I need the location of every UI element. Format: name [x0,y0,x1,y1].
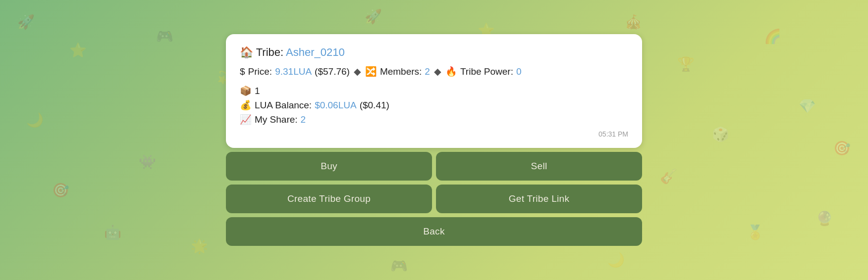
power-label: Tribe Power: [460,66,513,77]
power-value: 0 [516,66,522,77]
dot-2: ◆ [434,66,441,77]
dot-1: ◆ [354,66,361,77]
tribe-price-row: $ Price: 9.31LUA ($57.76) ◆ 🔀 Members: 2… [240,66,628,77]
box-icon: 📦 [240,85,252,96]
tribe-name: Asher_0210 [286,46,345,58]
get-tribe-link-button[interactable]: Get Tribe Link [436,185,642,213]
action-buttons: Buy Sell Create Tribe Group Get Tribe Li… [226,152,642,246]
box-row: 📦 1 [240,85,628,96]
box-value: 1 [255,86,260,96]
buy-button[interactable]: Buy [226,152,432,181]
members-label: Members: [380,66,422,77]
create-tribe-group-button[interactable]: Create Tribe Group [226,185,432,213]
power-fire-icon: 🔥 [445,66,457,77]
tribe-actions-row: Create Tribe Group Get Tribe Link [226,185,642,213]
share-icon: 📈 [240,114,252,125]
tribe-title-row: 🏠 Tribe: Asher_0210 [240,46,628,59]
buy-sell-row: Buy Sell [226,152,642,181]
lua-balance-row: 💰 LUA Balance: $0.06LUA ($0.41) [240,99,628,111]
sell-button[interactable]: Sell [436,152,642,181]
price-dollar-icon: $ [240,66,245,77]
members-value: 2 [425,66,430,77]
balance-icon: 💰 [240,99,252,111]
balance-label: LUA Balance: [255,100,312,111]
price-usd: ($57.76) [315,66,350,77]
back-button[interactable]: Back [226,217,642,246]
members-icon: 🔀 [365,66,377,77]
share-label: My Share: [255,114,298,125]
balance-value: $0.06LUA [315,100,357,111]
tribe-hut-icon: 🏠 [240,46,253,58]
back-row: Back [226,217,642,246]
timestamp: 05:31 PM [240,130,628,138]
tribe-label: Tribe: [256,46,283,58]
balance-usd: ($0.41) [360,100,389,111]
price-value: 9.31LUA [275,66,312,77]
tribe-info-card: 🏠 Tribe: Asher_0210 $ Price: 9.31LUA ($5… [226,34,642,148]
price-label: Price: [248,66,272,77]
my-share-row: 📈 My Share: 2 [240,114,628,125]
share-value: 2 [301,114,306,125]
